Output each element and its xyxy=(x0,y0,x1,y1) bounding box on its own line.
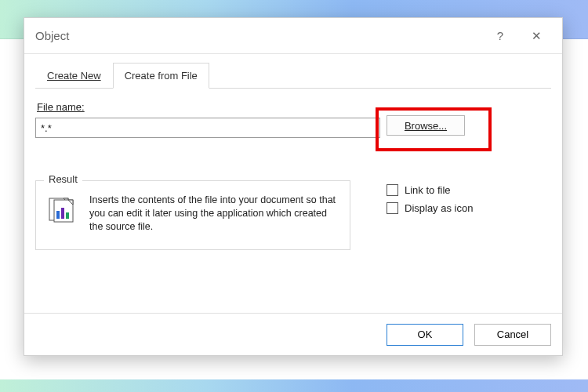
tab-create-new[interactable]: Create New xyxy=(35,63,113,89)
tab-strip: Create New Create from File xyxy=(35,62,551,89)
tab-create-from-file[interactable]: Create from File xyxy=(113,63,209,89)
svg-rect-4 xyxy=(56,211,60,219)
result-chart-icon xyxy=(45,194,82,234)
link-to-file-label: Link to file xyxy=(405,184,451,196)
filename-label: File name: xyxy=(37,101,380,113)
svg-rect-6 xyxy=(66,212,69,219)
cancel-button[interactable]: Cancel xyxy=(474,324,551,346)
result-legend: Result xyxy=(44,173,82,185)
svg-rect-5 xyxy=(61,208,64,219)
ok-button[interactable]: OK xyxy=(387,324,463,346)
dialog-titlebar: Object ? ✕ xyxy=(24,18,562,54)
dialog-footer: OK Cancel xyxy=(24,313,562,355)
result-groupbox: Result xyxy=(35,180,350,250)
checkbox-icon xyxy=(387,184,398,196)
help-button[interactable]: ? xyxy=(482,24,518,49)
gradient-background: Object ? ✕ Create New Create from File F… xyxy=(0,0,588,392)
options-group: Link to file Display as icon xyxy=(387,184,551,214)
display-as-icon-option[interactable]: Display as icon xyxy=(387,202,551,214)
result-description: Inserts the contents of the file into yo… xyxy=(89,194,340,234)
display-as-icon-label: Display as icon xyxy=(405,202,473,214)
close-button[interactable]: ✕ xyxy=(518,24,554,49)
dialog-title: Object xyxy=(35,29,482,42)
left-column: File name: Result xyxy=(35,98,380,250)
dialog-body: Create New Create from File File name: R… xyxy=(24,54,562,253)
browse-button[interactable]: Browse... xyxy=(387,115,465,136)
object-dialog: Object ? ✕ Create New Create from File F… xyxy=(24,17,563,356)
link-to-file-option[interactable]: Link to file xyxy=(387,184,551,196)
right-column: Browse... Link to file Display as icon xyxy=(387,98,551,250)
checkbox-icon xyxy=(387,202,398,214)
tab-content: File name: Result xyxy=(35,98,551,250)
filename-input[interactable] xyxy=(35,118,380,138)
